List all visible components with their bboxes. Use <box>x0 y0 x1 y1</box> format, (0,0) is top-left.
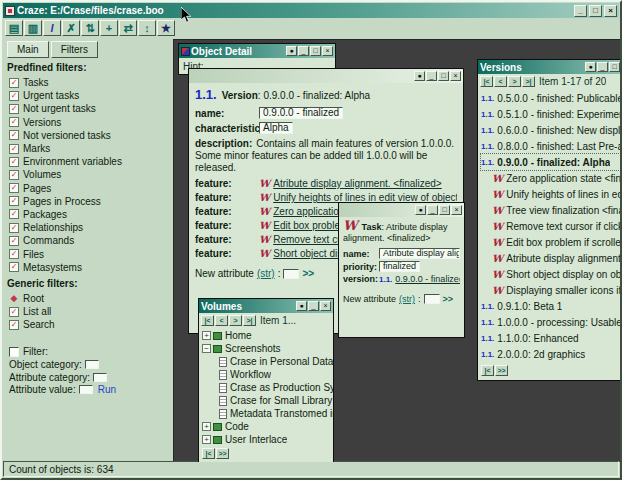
task-item[interactable]: WShort object display on object <box>481 266 620 282</box>
swap-button[interactable]: ⇄ <box>119 20 137 36</box>
filter-item-packages[interactable]: ✓Packages <box>7 208 171 221</box>
window-maximize-button[interactable]: □ <box>439 205 450 215</box>
first-page-button[interactable]: |< <box>480 76 493 87</box>
tab-filters[interactable]: Filters <box>51 41 98 58</box>
volume-page[interactable]: Workflow <box>202 368 333 381</box>
next-page-button[interactable]: >> <box>216 448 229 459</box>
window-minimize-button[interactable]: _ <box>427 205 438 215</box>
version-item[interactable]: 1.1.1.0.0.0 - processing: Usable <box>481 314 620 330</box>
filter-item-root[interactable]: ◆Root <box>7 292 171 305</box>
new-attribute-input[interactable] <box>424 294 440 304</box>
next-page-button[interactable]: > <box>229 315 242 326</box>
bookmark-button[interactable]: ★ <box>157 20 175 36</box>
collapse-icon[interactable]: − <box>202 344 211 353</box>
filter-item-not-versioned-tasks[interactable]: ✓Not versioned tasks <box>7 129 171 142</box>
filter-checkbox[interactable] <box>9 347 19 357</box>
tab-main[interactable]: Main <box>7 41 49 58</box>
new-attribute-input[interactable] <box>283 269 299 279</box>
titlebar[interactable]: Craze: E:/Crase/files/crase.boo _ □ × <box>3 3 619 18</box>
attribute-value-input[interactable] <box>79 385 93 394</box>
filter-item-versions[interactable]: ✓Versions <box>7 116 171 129</box>
expand-link[interactable]: >> <box>302 268 314 279</box>
filter-item-not-urgent-tasks[interactable]: ✓Not urgent tasks <box>7 102 171 115</box>
task-item[interactable]: WRemove text cursor if clicked a <box>481 218 620 234</box>
window-close-button[interactable]: × <box>451 205 462 215</box>
version-item[interactable]: 1.1.1.1.0.0: Enhanced <box>481 330 620 346</box>
version-item[interactable]: 1.1.0.9.1.0: Beta 1 <box>481 298 620 314</box>
filter-item-urgent-tasks[interactable]: ✓Urgent tasks <box>7 89 171 102</box>
version-item[interactable]: 1.1.2.0.0.0: 2d graphics <box>481 346 620 362</box>
expand-icon[interactable]: + <box>202 422 211 431</box>
str-link[interactable]: (str) <box>399 294 415 304</box>
volume-page[interactable]: Crase as Production Syst <box>202 381 333 394</box>
expand-icon[interactable]: + <box>202 435 211 444</box>
close-button[interactable]: × <box>604 5 617 17</box>
first-page-button[interactable]: |< <box>202 448 215 459</box>
save-button[interactable]: ▤ <box>5 20 23 36</box>
feature-link[interactable]: Atribute display alignment. <finalized> <box>273 178 441 189</box>
window-minimize-button[interactable]: _ <box>298 46 309 56</box>
name-input[interactable]: Atribute display alignment. <box>379 248 460 259</box>
window-circle-button[interactable]: ● <box>414 71 425 81</box>
next-page-button[interactable]: > <box>508 76 521 87</box>
window-circle-button[interactable]: ● <box>415 205 426 215</box>
filter-item-environment-variables[interactable]: ✓Environment variables <box>7 155 171 168</box>
minimize-button[interactable]: _ <box>574 5 587 17</box>
task-item[interactable]: WZero application state <finalized> <box>481 170 620 186</box>
delete-button[interactable]: ✗ <box>62 20 80 36</box>
window-close-button[interactable]: × <box>322 46 333 56</box>
characteristic-input[interactable]: Alpha <box>259 122 293 134</box>
filter-item-commands[interactable]: ✓Commands <box>7 234 171 247</box>
window-maximize-button[interactable]: □ <box>438 71 449 81</box>
version-ref-link[interactable]: 0.9.0.0 - finalized: Alpha <box>395 274 460 284</box>
last-page-button[interactable]: >| <box>243 315 256 326</box>
name-input[interactable]: 0.9.0.0 - finalized <box>259 107 343 119</box>
versions-titlebar[interactable]: Versions ● _ □ <box>478 60 620 74</box>
window-close-button[interactable]: × <box>450 71 461 81</box>
filter-item-relationships[interactable]: ✓Relationships <box>7 221 171 234</box>
volume-folder-home[interactable]: +Home <box>202 329 333 342</box>
str-link[interactable]: (str) <box>257 268 275 279</box>
version-item[interactable]: 1.1.0.5.1.0 - finished: Experiments <box>481 106 620 122</box>
window-circle-button[interactable]: ● <box>585 62 596 72</box>
sort-button[interactable]: ⇅ <box>81 20 99 36</box>
volume-page[interactable]: Metadata Transtomed in <box>202 407 333 420</box>
version-window-titlebar[interactable]: ● _ □ × <box>189 69 463 83</box>
version-item-selected[interactable]: 1.1.0.9.0.0 - finalized: Alpha <box>481 154 620 170</box>
export-button[interactable]: ▥ <box>24 20 42 36</box>
object-detail-titlebar[interactable]: Object Detail ● _ □ × <box>179 44 335 58</box>
filter-item-pages[interactable]: ✓Pages <box>7 182 171 195</box>
window-minimize-button[interactable]: _ <box>308 301 319 311</box>
filter-item-marks[interactable]: ✓Marks <box>7 142 171 155</box>
run-link[interactable]: Run <box>98 384 116 395</box>
volume-page[interactable]: Crase for Small Library M <box>202 394 333 407</box>
volume-folder-code[interactable]: +Code <box>202 420 333 433</box>
window-maximize-button[interactable]: □ <box>310 46 321 56</box>
task-item[interactable]: WEdit box problem if scrolled m <box>481 234 620 250</box>
filter-item-pages-in-process[interactable]: ✓Pages in Process <box>7 195 171 208</box>
window-circle-button[interactable]: ● <box>296 301 307 311</box>
filter-item-files[interactable]: ✓Files <box>7 247 171 260</box>
filter-item-tasks[interactable]: ✓Tasks <box>7 76 171 89</box>
attribute-category-input[interactable] <box>93 373 107 382</box>
add-button[interactable]: + <box>100 20 118 36</box>
last-page-button[interactable]: >| <box>522 76 535 87</box>
window-close-button[interactable]: × <box>320 301 331 311</box>
task-item[interactable]: WUnify heights of lines in edit view <box>481 186 620 202</box>
version-item[interactable]: 1.1.0.5.0.0 - finished: Publicable <box>481 90 620 106</box>
version-item[interactable]: 1.1.0.8.0.0 - finished: Last Pre-alpha <box>481 138 620 154</box>
volume-page[interactable]: Crase in Personal Databa <box>202 355 333 368</box>
next-page-button[interactable]: >> <box>495 365 508 376</box>
window-minimize-button[interactable]: _ <box>426 71 437 81</box>
volumes-titlebar[interactable]: Volumes ● _ × <box>199 299 333 313</box>
task-item[interactable]: WDisplaying smaller icons if attr <box>481 282 620 298</box>
first-page-button[interactable]: |< <box>201 315 214 326</box>
volume-folder-user-interlace[interactable]: +User Interlace <box>202 433 333 446</box>
version-item[interactable]: 1.1.0.6.0.0 - finished: New displaying o… <box>481 122 620 138</box>
resize-button[interactable]: ↕ <box>138 20 156 36</box>
prev-page-button[interactable]: < <box>215 315 228 326</box>
filter-item-search[interactable]: ✓Search <box>7 318 171 331</box>
filter-item-volumes[interactable]: ✓Volumes <box>7 168 171 181</box>
window-maximize-button[interactable]: □ <box>609 62 620 72</box>
first-page-button[interactable]: |< <box>481 365 494 376</box>
